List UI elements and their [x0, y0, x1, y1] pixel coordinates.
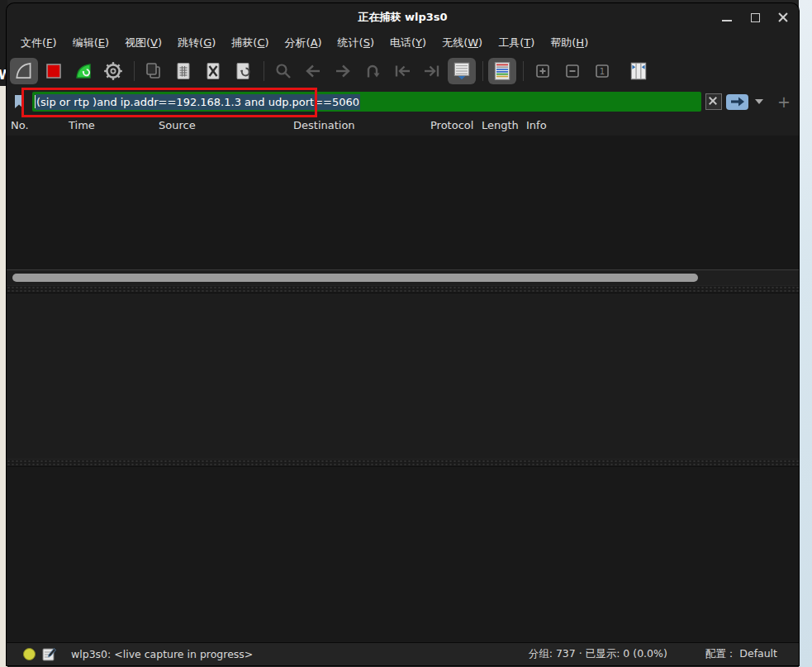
close-button[interactable]	[777, 12, 789, 23]
menu-edit[interactable]: 编辑(E)	[70, 34, 112, 52]
close-icon	[778, 12, 788, 22]
gear-icon	[102, 60, 124, 82]
maximize-button[interactable]	[749, 12, 761, 23]
profile-label: 配置：	[705, 647, 737, 661]
clear-filter-button[interactable]	[705, 93, 722, 110]
apply-arrow-icon	[730, 97, 745, 107]
column-destination[interactable]: Destination	[293, 119, 355, 131]
apply-filter-button[interactable]	[726, 94, 748, 110]
title-bar[interactable]: 正在捕获 wlp3s0	[7, 3, 799, 31]
menu-telephony[interactable]: 电话(Y)	[387, 34, 429, 52]
minimize-button[interactable]	[721, 12, 733, 23]
column-length[interactable]: Length	[482, 119, 519, 131]
profile-section[interactable]: 配置： Default	[705, 647, 777, 661]
menu-view[interactable]: 视图(V)	[122, 34, 164, 52]
profile-value: Default	[739, 647, 777, 661]
start-capture-button[interactable]	[10, 58, 38, 84]
desktop-right-edge	[799, 0, 812, 667]
colorize-packets-button[interactable]	[488, 58, 516, 84]
packet-details-pane[interactable]	[7, 293, 799, 459]
packet-bytes-pane[interactable]	[7, 467, 799, 642]
expert-info-icon[interactable]	[23, 648, 36, 660]
go-first-packet-button[interactable]	[388, 58, 416, 84]
toolbar-separator	[264, 61, 264, 81]
pane-splitter[interactable]	[7, 459, 799, 467]
shark-fin-icon	[13, 60, 35, 82]
zoom-in-button[interactable]	[529, 58, 557, 84]
capture-comment-icon[interactable]	[42, 647, 56, 661]
column-protocol[interactable]: Protocol	[430, 119, 473, 131]
minimize-icon	[722, 20, 732, 21]
menu-capture[interactable]: 捕获(C)	[229, 34, 271, 52]
stop-square-icon	[44, 61, 64, 81]
add-filter-button[interactable]: +	[777, 94, 791, 110]
normal-size-icon: 1	[592, 61, 612, 81]
toolbar-separator	[482, 61, 483, 81]
go-back-button[interactable]	[299, 58, 327, 84]
menu-go[interactable]: 跳转(G)	[175, 34, 218, 52]
auto-scroll-button[interactable]	[448, 58, 476, 84]
main-toolbar: 1	[7, 55, 799, 88]
column-info[interactable]: Info	[526, 119, 547, 131]
column-source[interactable]: Source	[159, 119, 196, 131]
go-last-packet-button[interactable]	[418, 58, 446, 84]
reload-capture-file-button[interactable]	[229, 58, 257, 84]
arrow-right-icon	[333, 61, 353, 81]
bookmark-icon	[12, 94, 26, 109]
scrollbar-thumb[interactable]	[12, 274, 698, 282]
packets-count-text: 分组: 737 · 已显示: 0 (0.0%)	[529, 647, 667, 661]
open-capture-file-button[interactable]	[140, 58, 168, 84]
menu-analyze[interactable]: 分析(A)	[283, 34, 325, 52]
capture-options-button[interactable]	[99, 58, 127, 84]
jump-arrow-icon	[363, 61, 382, 81]
packet-list-header: No. Time Source Destination Protocol Len…	[7, 116, 799, 136]
display-filter-value: (sip or rtp )and ip.addr==192.168.1.3 an…	[36, 94, 360, 110]
menu-tools[interactable]: 工具(T)	[496, 34, 537, 52]
save-file-icon	[173, 61, 193, 81]
close-file-icon	[203, 61, 223, 81]
menu-bar: 文件(F) 编辑(E) 视图(V) 跳转(G) 捕获(C) 分析(A) 统计(S…	[7, 31, 799, 55]
zoom-in-icon	[533, 61, 553, 81]
maximize-icon	[751, 13, 760, 22]
open-file-icon	[144, 61, 164, 81]
find-packet-button[interactable]	[269, 58, 297, 84]
go-to-packet-button[interactable]	[359, 58, 387, 84]
window-title: 正在捕获 wlp3s0	[358, 10, 447, 25]
zoom-out-icon	[563, 61, 582, 81]
stop-capture-button[interactable]	[40, 58, 68, 84]
save-capture-file-button[interactable]	[169, 58, 197, 84]
colorize-icon	[491, 60, 513, 82]
resize-columns-button[interactable]	[624, 58, 653, 84]
window-controls	[721, 3, 789, 31]
close-capture-file-button[interactable]	[199, 58, 227, 84]
last-packet-icon	[422, 61, 442, 81]
status-bar: wlp3s0: <live capture in progress> 分组: 7…	[7, 642, 799, 665]
menu-statistics[interactable]: 统计(S)	[335, 34, 377, 52]
go-forward-button[interactable]	[329, 58, 357, 84]
restart-capture-button[interactable]	[69, 58, 97, 84]
filter-bar: (sip or rtp )and ip.addr==192.168.1.3 an…	[7, 88, 799, 116]
auto-scroll-icon	[451, 60, 472, 82]
column-time[interactable]: Time	[69, 119, 95, 131]
toolbar-separator	[523, 61, 524, 81]
horizontal-scrollbar[interactable]	[7, 269, 799, 285]
menu-wireless[interactable]: 无线(W)	[439, 34, 485, 52]
resize-columns-icon	[628, 60, 649, 82]
restart-fin-icon	[74, 61, 93, 81]
normal-size-button[interactable]: 1	[588, 58, 616, 84]
packet-list-pane[interactable]	[7, 136, 799, 269]
svg-text:1: 1	[600, 67, 605, 76]
column-no[interactable]: No.	[11, 119, 29, 131]
arrow-left-icon	[303, 61, 323, 81]
reload-file-icon	[233, 61, 253, 81]
menu-file[interactable]: 文件(F)	[18, 34, 59, 52]
toolbar-separator	[134, 61, 135, 81]
pane-splitter[interactable]	[7, 285, 799, 293]
filter-bookmark-button[interactable]	[10, 92, 28, 112]
search-icon	[273, 61, 293, 81]
menu-help[interactable]: 帮助(H)	[548, 34, 591, 52]
capture-status-text: wlp3s0: <live capture in progress>	[71, 648, 253, 660]
filter-dropdown-caret[interactable]	[755, 99, 763, 104]
zoom-out-button[interactable]	[558, 58, 586, 84]
display-filter-input[interactable]: (sip or rtp )and ip.addr==192.168.1.3 an…	[32, 92, 701, 112]
